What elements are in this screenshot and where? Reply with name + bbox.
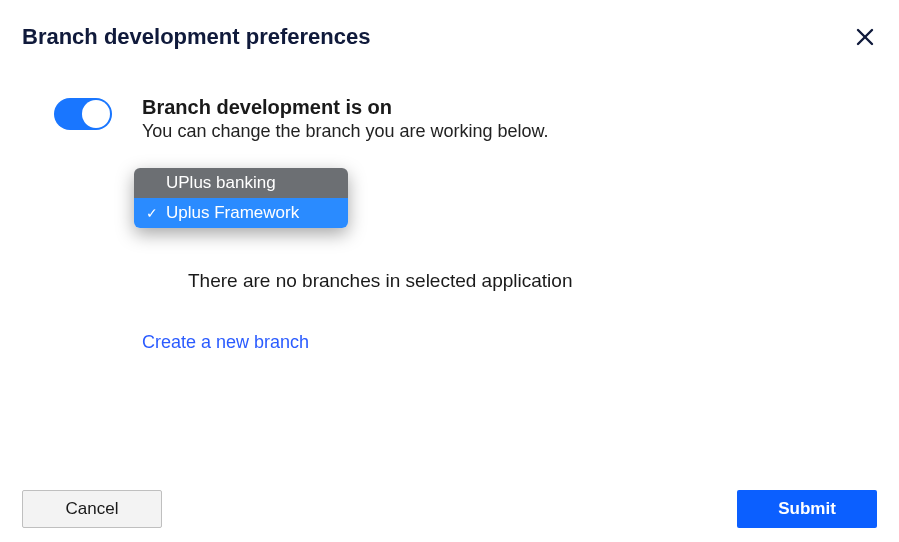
dropdown-option-label: Uplus Framework	[166, 203, 299, 223]
toggle-knob	[82, 100, 110, 128]
dialog-content: Branch development is on You can change …	[0, 60, 899, 353]
status-title: Branch development is on	[142, 96, 572, 119]
close-icon[interactable]	[853, 25, 877, 49]
no-branches-message: There are no branches in selected applic…	[188, 270, 572, 292]
dialog-header: Branch development preferences	[0, 0, 899, 60]
status-text-block: Branch development is on You can change …	[142, 96, 572, 353]
status-description: You can change the branch you are workin…	[142, 121, 572, 142]
application-dropdown[interactable]: UPlus banking ✓ Uplus Framework	[134, 168, 348, 228]
submit-button[interactable]: Submit	[737, 490, 877, 528]
cancel-button[interactable]: Cancel	[22, 490, 162, 528]
dropdown-option-uplus-framework[interactable]: ✓ Uplus Framework	[134, 198, 348, 228]
check-icon: ✓	[146, 205, 162, 221]
create-branch-link[interactable]: Create a new branch	[142, 332, 309, 353]
branch-dev-toggle[interactable]	[54, 98, 112, 130]
dialog-footer: Cancel Submit	[0, 490, 899, 528]
dropdown-option-label: UPlus banking	[166, 173, 276, 193]
dropdown-option-uplus-banking[interactable]: UPlus banking	[134, 168, 348, 198]
dialog-title: Branch development preferences	[22, 24, 370, 50]
status-row: Branch development is on You can change …	[54, 96, 877, 353]
